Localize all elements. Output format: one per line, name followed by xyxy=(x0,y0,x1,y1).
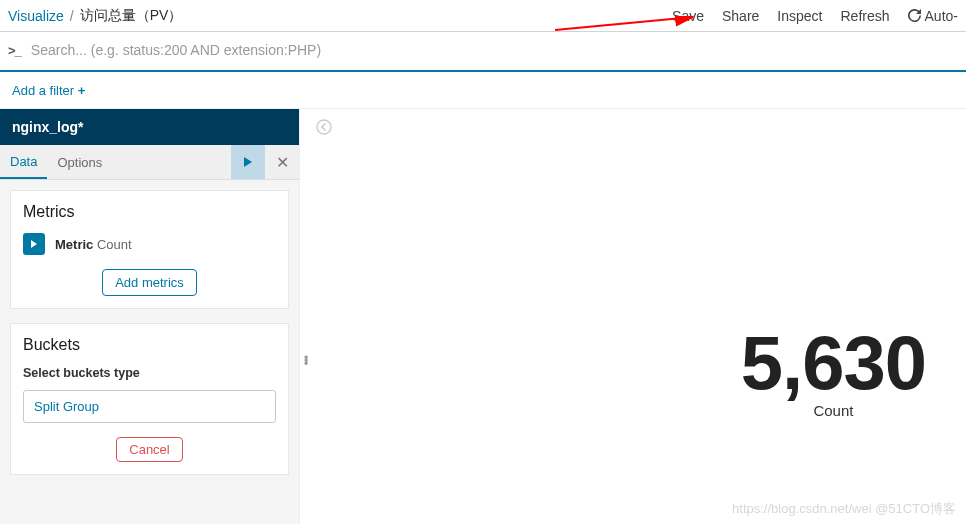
auto-label: Auto- xyxy=(925,8,958,24)
panel-options-handle[interactable]: ••• xyxy=(304,357,308,366)
add-metrics-row: Add metrics xyxy=(23,269,276,296)
buckets-select-label: Select buckets type xyxy=(23,366,276,380)
split-group-option[interactable]: Split Group xyxy=(23,390,276,423)
prompt-icon: >_ xyxy=(8,43,21,58)
close-icon: ✕ xyxy=(276,153,289,172)
cancel-row: Cancel xyxy=(23,437,276,462)
add-filter-button[interactable]: Add a filter + xyxy=(12,83,85,98)
play-icon xyxy=(244,157,252,167)
refresh-icon xyxy=(908,9,921,22)
metric-visualization: 5,630 Count xyxy=(741,319,926,419)
add-metrics-button[interactable]: Add metrics xyxy=(102,269,197,296)
tab-options[interactable]: Options xyxy=(47,147,112,178)
metric-toggle[interactable] xyxy=(23,233,45,255)
collapse-sidebar-button[interactable] xyxy=(316,119,332,139)
tab-data[interactable]: Data xyxy=(0,146,47,179)
inspect-button[interactable]: Inspect xyxy=(777,8,822,24)
breadcrumb-root[interactable]: Visualize xyxy=(8,8,64,24)
chevron-left-circle-icon xyxy=(316,119,332,135)
add-filter-label: Add a filter xyxy=(12,83,74,98)
caret-right-icon xyxy=(31,240,37,248)
metric-value: 5,630 xyxy=(741,319,926,406)
buckets-card: Buckets Select buckets type Split Group … xyxy=(10,323,289,475)
sidebar: nginx_log* Data Options ✕ Metrics Metri xyxy=(0,109,300,524)
visualization-area: ••• 5,630 Count https://blog.csdn.net/we… xyxy=(300,109,966,524)
metric-row[interactable]: Metric Count xyxy=(23,233,276,255)
watermark: https://blog.csdn.net/wei @51CTO博客 xyxy=(732,500,956,518)
search-bar: >_ xyxy=(0,32,966,72)
filter-bar: Add a filter + xyxy=(0,72,966,109)
share-button[interactable]: Share xyxy=(722,8,759,24)
breadcrumb-sep: / xyxy=(70,8,74,24)
metric-label-value: Count xyxy=(97,237,132,252)
breadcrumb: Visualize / 访问总量（PV） xyxy=(8,7,182,25)
metrics-card: Metrics Metric Count Add metrics xyxy=(10,190,289,309)
metric-label: Metric Count xyxy=(55,237,132,252)
buckets-heading: Buckets xyxy=(23,336,276,354)
main: nginx_log* Data Options ✕ Metrics Metri xyxy=(0,109,966,524)
topbar: Visualize / 访问总量（PV） Save Share Inspect … xyxy=(0,0,966,32)
tabs: Data Options ✕ xyxy=(0,145,299,180)
metric-label-name: Metric xyxy=(55,237,93,252)
cancel-button[interactable]: Cancel xyxy=(116,437,182,462)
plus-icon: + xyxy=(78,83,86,98)
auto-refresh-button[interactable]: Auto- xyxy=(908,8,958,24)
refresh-button[interactable]: Refresh xyxy=(841,8,890,24)
search-input[interactable] xyxy=(29,36,958,64)
metrics-heading: Metrics xyxy=(23,203,276,221)
save-button[interactable]: Save xyxy=(672,8,704,24)
index-pattern-header[interactable]: nginx_log* xyxy=(0,109,299,145)
breadcrumb-current: 访问总量（PV） xyxy=(80,7,183,25)
top-actions: Save Share Inspect Refresh Auto- xyxy=(672,8,958,24)
svg-point-0 xyxy=(317,120,331,134)
discard-changes-button[interactable]: ✕ xyxy=(265,145,299,179)
panel-body: Metrics Metric Count Add metrics Buckets… xyxy=(0,180,299,485)
apply-changes-button[interactable] xyxy=(231,145,265,179)
